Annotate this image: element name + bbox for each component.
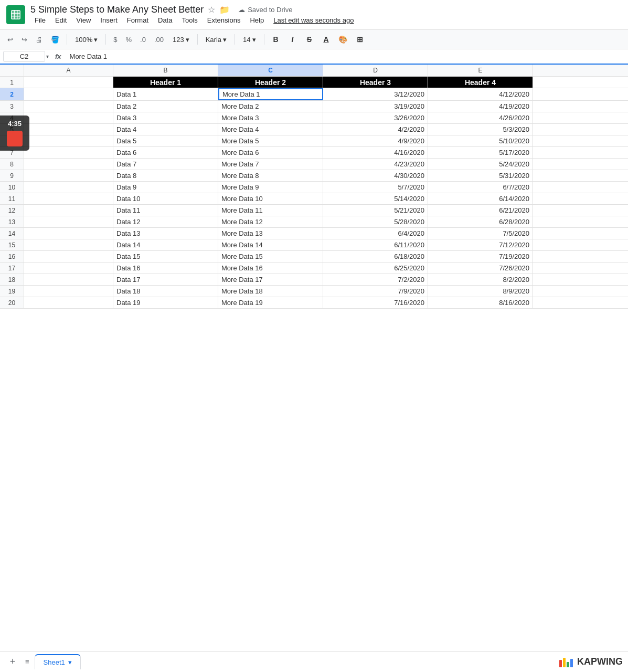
cell-d8[interactable]: 4/23/2020 bbox=[323, 159, 428, 170]
cell-c6[interactable]: More Data 5 bbox=[218, 135, 323, 146]
cell-c15[interactable]: More Data 14 bbox=[218, 239, 323, 250]
text-color-button[interactable]: 🎨 bbox=[336, 32, 350, 47]
cell-b4[interactable]: Data 3 bbox=[113, 112, 218, 123]
row-num-2[interactable]: 2 bbox=[0, 88, 24, 100]
cell-a16[interactable] bbox=[24, 251, 113, 262]
cell-e11[interactable]: 6/14/2020 bbox=[428, 193, 533, 204]
sheet-tab-sheet1[interactable]: Sheet1 ▾ bbox=[35, 654, 81, 669]
cell-d4[interactable]: 3/26/2020 bbox=[323, 112, 428, 123]
cell-e16[interactable]: 7/19/2020 bbox=[428, 251, 533, 262]
star-icon[interactable]: ☆ bbox=[208, 5, 215, 15]
cell-e9[interactable]: 5/31/2020 bbox=[428, 170, 533, 181]
zoom-dropdown[interactable]: 100% ▾ bbox=[71, 34, 101, 46]
cell-a17[interactable] bbox=[24, 262, 113, 274]
cell-c12[interactable]: More Data 11 bbox=[218, 205, 323, 216]
cell-d3[interactable]: 3/19/2020 bbox=[323, 101, 428, 112]
cell-b13[interactable]: Data 12 bbox=[113, 216, 218, 227]
menu-insert[interactable]: Insert bbox=[96, 15, 122, 25]
cell-d9[interactable]: 4/30/2020 bbox=[323, 170, 428, 181]
row-num-11[interactable]: 11 bbox=[0, 193, 24, 204]
cell-b3[interactable]: Data 2 bbox=[113, 101, 218, 112]
cell-d16[interactable]: 6/18/2020 bbox=[323, 251, 428, 262]
cell-c11[interactable]: More Data 10 bbox=[218, 193, 323, 204]
cell-b14[interactable]: Data 13 bbox=[113, 228, 218, 239]
row-num-10[interactable]: 10 bbox=[0, 182, 24, 193]
menu-extensions[interactable]: Extensions bbox=[203, 15, 245, 25]
cell-d19[interactable]: 7/9/2020 bbox=[323, 286, 428, 297]
cell-e19[interactable]: 8/9/2020 bbox=[428, 286, 533, 297]
borders-button[interactable]: ⊞ bbox=[353, 32, 367, 47]
cell-a5[interactable] bbox=[24, 124, 113, 135]
cell-c7[interactable]: More Data 6 bbox=[218, 147, 323, 158]
cell-e3[interactable]: 4/19/2020 bbox=[428, 101, 533, 112]
cell-e14[interactable]: 7/5/2020 bbox=[428, 228, 533, 239]
cell-b6[interactable]: Data 5 bbox=[113, 135, 218, 146]
cell-c19[interactable]: More Data 18 bbox=[218, 286, 323, 297]
cell-c9[interactable]: More Data 8 bbox=[218, 170, 323, 181]
row-num-8[interactable]: 8 bbox=[0, 159, 24, 170]
cell-a9[interactable] bbox=[24, 170, 113, 181]
last-edit-text[interactable]: Last edit was seconds ago bbox=[269, 15, 358, 25]
cell-c20[interactable]: More Data 19 bbox=[218, 297, 323, 308]
cell-b7[interactable]: Data 6 bbox=[113, 147, 218, 158]
currency-button[interactable]: $ bbox=[110, 34, 120, 46]
cell-d7[interactable]: 4/16/2020 bbox=[323, 147, 428, 158]
col-header-d[interactable]: D bbox=[323, 65, 428, 76]
col-header-a[interactable]: A bbox=[24, 65, 113, 76]
cell-c1[interactable]: Header 2 bbox=[218, 77, 323, 88]
cell-d14[interactable]: 6/4/2020 bbox=[323, 228, 428, 239]
cell-b16[interactable]: Data 15 bbox=[113, 251, 218, 262]
cell-a10[interactable] bbox=[24, 182, 113, 193]
font-size-dropdown[interactable]: 14 ▾ bbox=[239, 34, 259, 46]
cell-d12[interactable]: 5/21/2020 bbox=[323, 205, 428, 216]
cell-b12[interactable]: Data 11 bbox=[113, 205, 218, 216]
cell-e6[interactable]: 5/10/2020 bbox=[428, 135, 533, 146]
cell-e17[interactable]: 7/26/2020 bbox=[428, 262, 533, 274]
cell-b19[interactable]: Data 18 bbox=[113, 286, 218, 297]
bold-button[interactable]: B bbox=[269, 32, 283, 47]
undo-button[interactable]: ↩ bbox=[4, 34, 16, 46]
cell-c13[interactable]: More Data 12 bbox=[218, 216, 323, 227]
col-header-c[interactable]: C bbox=[218, 65, 323, 76]
menu-format[interactable]: Format bbox=[123, 15, 153, 25]
cell-c14[interactable]: More Data 13 bbox=[218, 228, 323, 239]
cell-d11[interactable]: 5/14/2020 bbox=[323, 193, 428, 204]
cell-c17[interactable]: More Data 16 bbox=[218, 262, 323, 274]
cell-a20[interactable] bbox=[24, 297, 113, 308]
row-num-9[interactable]: 9 bbox=[0, 170, 24, 181]
row-num-14[interactable]: 14 bbox=[0, 228, 24, 239]
row-num-3[interactable]: 3 bbox=[0, 101, 24, 112]
cell-a14[interactable] bbox=[24, 228, 113, 239]
cell-a4[interactable] bbox=[24, 112, 113, 123]
cell-a2[interactable] bbox=[24, 88, 113, 100]
folder-icon[interactable]: 📁 bbox=[219, 5, 230, 15]
cell-reference[interactable]: C2 bbox=[3, 51, 45, 62]
cell-e20[interactable]: 8/16/2020 bbox=[428, 297, 533, 308]
percent-button[interactable]: % bbox=[122, 34, 135, 46]
menu-file[interactable]: File bbox=[30, 15, 50, 25]
decimal-decrease-button[interactable]: .0 bbox=[137, 34, 149, 46]
menu-edit[interactable]: Edit bbox=[51, 15, 71, 25]
cell-b9[interactable]: Data 8 bbox=[113, 170, 218, 181]
redo-button[interactable]: ↪ bbox=[18, 34, 30, 46]
cell-b10[interactable]: Data 9 bbox=[113, 182, 218, 193]
cell-ref-dropdown[interactable]: ▾ bbox=[46, 54, 49, 59]
cell-d18[interactable]: 7/2/2020 bbox=[323, 274, 428, 285]
decimal-increase-button[interactable]: .00 bbox=[151, 34, 167, 46]
col-header-b[interactable]: B bbox=[113, 65, 218, 76]
menu-tools[interactable]: Tools bbox=[177, 15, 201, 25]
cell-b1[interactable]: Header 1 bbox=[113, 77, 218, 88]
cell-b11[interactable]: Data 10 bbox=[113, 193, 218, 204]
cell-b8[interactable]: Data 7 bbox=[113, 159, 218, 170]
row-num-20[interactable]: 20 bbox=[0, 297, 24, 308]
cell-c2[interactable]: More Data 1 bbox=[218, 88, 323, 100]
row-num-1[interactable]: 1 bbox=[0, 77, 24, 88]
underline-button[interactable]: A bbox=[319, 32, 334, 47]
row-num-18[interactable]: 18 bbox=[0, 274, 24, 285]
row-num-19[interactable]: 19 bbox=[0, 286, 24, 297]
cell-d10[interactable]: 5/7/2020 bbox=[323, 182, 428, 193]
cell-e10[interactable]: 6/7/2020 bbox=[428, 182, 533, 193]
cell-e1[interactable]: Header 4 bbox=[428, 77, 533, 88]
cell-a12[interactable] bbox=[24, 205, 113, 216]
paint-format-button[interactable]: 🪣 bbox=[48, 34, 62, 46]
